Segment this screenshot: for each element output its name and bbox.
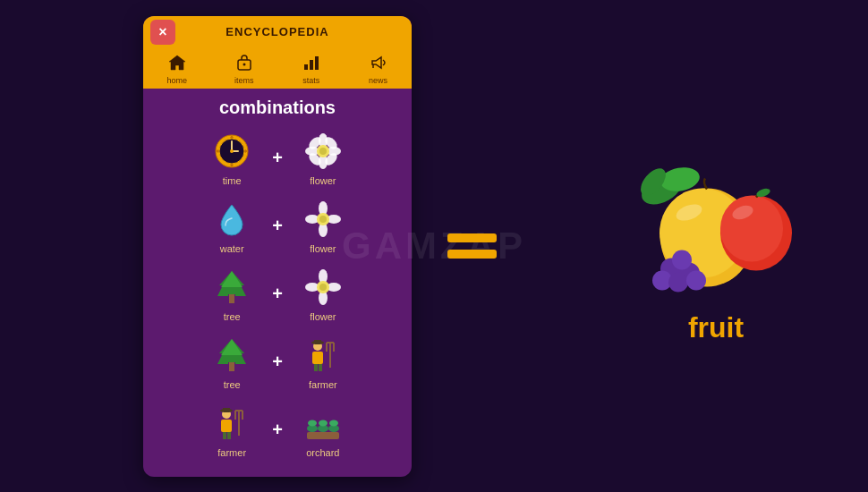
tree-label-2: tree — [224, 379, 241, 390]
svg-point-20 — [319, 148, 327, 155]
combo-left-water: water — [200, 197, 263, 254]
fruit-display: fruit — [617, 148, 814, 344]
equals-bar-top — [447, 233, 497, 242]
farmer-icon — [301, 333, 345, 377]
svg-rect-28 — [229, 294, 234, 303]
time-icon — [209, 129, 254, 174]
fruit-label: fruit — [688, 311, 744, 344]
plus-sign-1: + — [272, 148, 283, 168]
nav-bar: home items stats — [143, 47, 412, 89]
svg-rect-48 — [319, 364, 322, 371]
svg-rect-60 — [223, 408, 230, 411]
combo-row-3: tree + flower — [152, 265, 403, 322]
nav-item-news[interactable]: news — [369, 53, 388, 85]
water-label: water — [220, 243, 244, 254]
combo-left-tree2: tree — [200, 333, 263, 390]
plus-sign-4: + — [272, 352, 283, 372]
combo-row-2: water + flower — [152, 197, 403, 254]
svg-point-83 — [668, 273, 688, 293]
svg-point-67 — [329, 420, 338, 427]
svg-rect-4 — [315, 56, 319, 70]
combinations-list[interactable]: time + — [143, 125, 412, 477]
stats-icon — [302, 53, 321, 75]
combo-left-time: time — [200, 129, 263, 186]
svg-rect-46 — [312, 352, 323, 364]
time-label: time — [223, 175, 242, 186]
nav-home-label: home — [166, 76, 187, 85]
svg-point-9 — [230, 149, 234, 153]
svg-marker-30 — [221, 271, 243, 287]
nav-item-items[interactable]: items — [234, 53, 254, 85]
plus-sign-2: + — [272, 216, 283, 236]
flower-icon-2 — [301, 197, 345, 242]
panel-title: ENCYCLOPEDIA — [143, 25, 412, 38]
combo-left-tree1: tree — [200, 265, 263, 322]
flower-label-2: flower — [310, 243, 336, 254]
svg-rect-38 — [229, 362, 234, 371]
combo-right-flower3: flower — [292, 265, 354, 322]
combo-right-farmer: farmer — [292, 333, 354, 390]
nav-stats-label: stats — [302, 76, 319, 85]
svg-rect-2 — [304, 64, 308, 70]
combo-right-flower2: flower — [292, 197, 354, 254]
combo-row-4: tree + — [152, 333, 403, 390]
svg-rect-47 — [314, 364, 318, 371]
svg-point-81 — [672, 250, 692, 270]
nav-item-stats[interactable]: stats — [302, 53, 321, 85]
tree-label-1: tree — [224, 311, 241, 322]
flower-icon-1 — [301, 129, 345, 174]
svg-point-65 — [308, 420, 317, 427]
farmer-icon-2 — [209, 401, 254, 445]
svg-point-27 — [319, 216, 327, 223]
svg-rect-58 — [227, 432, 231, 439]
combo-row-5: farmer + — [152, 401, 403, 458]
flower-label-3: flower — [310, 311, 336, 322]
svg-point-77 — [720, 196, 783, 262]
farmer-label-2: farmer — [217, 447, 246, 458]
nav-news-label: news — [369, 76, 387, 85]
orchard-label: orchard — [306, 447, 339, 458]
svg-point-1 — [243, 64, 245, 66]
plus-sign-5: + — [272, 420, 283, 440]
orchard-icon — [301, 401, 345, 445]
encyclopedia-panel: × ENCYCLOPEDIA home items — [143, 16, 412, 477]
tree-icon-1 — [209, 265, 254, 310]
svg-rect-57 — [223, 432, 226, 439]
nav-item-home[interactable]: home — [166, 53, 187, 85]
nav-items-label: items — [234, 76, 254, 85]
close-button[interactable]: × — [150, 20, 175, 45]
flower-icon-3 — [301, 265, 345, 310]
farmer-label: farmer — [309, 379, 337, 390]
equals-sign — [447, 233, 497, 259]
svg-point-84 — [686, 271, 706, 291]
combo-right-orchard: orchard — [292, 401, 354, 458]
svg-marker-40 — [221, 339, 243, 355]
panel-header: × ENCYCLOPEDIA — [143, 16, 412, 47]
items-icon — [234, 53, 254, 75]
combinations-title: combinations — [143, 89, 412, 125]
combo-row-1: time + — [152, 129, 403, 186]
tree-icon-2 — [209, 333, 254, 377]
combo-right-flower1: flower — [292, 129, 354, 186]
svg-rect-56 — [221, 420, 232, 432]
combo-left-farmer2: farmer — [200, 401, 263, 458]
svg-rect-3 — [310, 60, 313, 70]
home-icon — [167, 53, 187, 75]
svg-point-66 — [319, 420, 328, 427]
flower-label-1: flower — [310, 175, 336, 186]
equals-bar-bottom — [447, 250, 497, 259]
fruit-illustration — [617, 148, 814, 304]
news-icon — [369, 53, 388, 75]
water-icon — [209, 197, 254, 242]
plus-sign-3: + — [272, 284, 283, 304]
svg-rect-50 — [314, 340, 321, 344]
svg-point-37 — [319, 284, 327, 291]
